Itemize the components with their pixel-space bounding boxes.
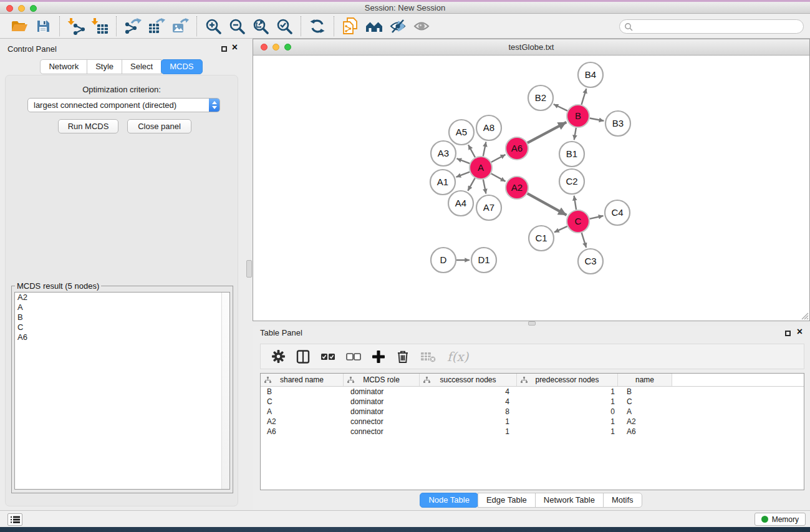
result-item[interactable]: A <box>15 302 229 312</box>
result-item[interactable]: A6 <box>15 332 229 342</box>
vertical-splitter-handle[interactable] <box>246 260 252 278</box>
graph-node-A2[interactable]: A2 <box>506 177 528 199</box>
graph-edge-B-B2[interactable] <box>554 104 567 111</box>
graph-node-C[interactable]: C <box>567 210 589 233</box>
show-graphics-details-button[interactable] <box>410 16 433 37</box>
import-table-button[interactable] <box>88 16 112 37</box>
export-image-button[interactable] <box>168 16 192 37</box>
resize-grip[interactable] <box>801 312 809 320</box>
delete-row-button[interactable] <box>396 349 410 364</box>
graph-edge-A-A2[interactable] <box>491 173 506 181</box>
select-all-button[interactable] <box>321 352 335 361</box>
table-cell[interactable]: 4 <box>420 387 517 396</box>
table-cell[interactable]: 1 <box>420 417 517 426</box>
network-graph[interactable]: B4B2BB3A8A5A6A3B1AA1C2A2A4A7C4CC1C3DD1 <box>253 56 809 321</box>
graph-node-A6[interactable]: A6 <box>506 137 528 160</box>
column-header-predecessor-nodes[interactable]: predecessor nodes <box>517 374 618 386</box>
result-scrollbar[interactable] <box>221 293 229 489</box>
zoom-in-button[interactable] <box>201 16 225 37</box>
deselect-all-button[interactable] <box>346 352 361 361</box>
graph-node-B[interactable]: B <box>567 105 589 127</box>
close-table-panel-icon[interactable]: × <box>797 327 803 337</box>
tab-node-table[interactable]: Node Table <box>420 493 478 508</box>
graph-edge-A6-B[interactable] <box>528 122 567 143</box>
graph-node-A5[interactable]: A5 <box>449 120 474 145</box>
table-cell[interactable]: 1 <box>517 397 618 406</box>
table-cell[interactable]: C <box>261 397 344 406</box>
optimization-criterion-select[interactable]: largest connected component (directed) <box>27 98 220 112</box>
table-cell[interactable]: A <box>261 407 344 416</box>
home-button[interactable] <box>362 16 386 37</box>
network-overview-button[interactable] <box>339 16 362 37</box>
column-header-name[interactable]: name <box>618 374 672 386</box>
table-cell[interactable]: A2 <box>261 417 344 426</box>
table-cell[interactable]: A <box>618 407 672 416</box>
table-row[interactable]: Adominator80A <box>261 407 804 417</box>
graph-node-C4[interactable]: C4 <box>605 200 630 225</box>
graph-node-B2[interactable]: B2 <box>528 85 553 110</box>
task-history-button[interactable] <box>7 513 22 526</box>
network-window-titlebar[interactable]: testGlobe.txt <box>253 39 809 56</box>
graph-node-B1[interactable]: B1 <box>559 142 584 167</box>
table-cell[interactable]: 4 <box>420 397 517 406</box>
graph-edge-A-A7[interactable] <box>483 180 486 194</box>
graph-node-A4[interactable]: A4 <box>448 191 473 216</box>
result-item[interactable]: B <box>15 312 229 322</box>
table-cell[interactable]: 8 <box>420 407 517 416</box>
graph-node-D1[interactable]: D1 <box>471 248 496 273</box>
table-row[interactable]: Bdominator41B <box>261 387 804 397</box>
search-input[interactable] <box>633 21 803 32</box>
add-row-button[interactable] <box>372 350 385 364</box>
tab-network-table[interactable]: Network Table <box>535 493 604 508</box>
tab-style[interactable]: Style <box>87 59 122 74</box>
tab-select[interactable]: Select <box>122 59 162 74</box>
result-item[interactable]: C <box>15 322 229 332</box>
tab-mcds[interactable]: MCDS <box>161 59 202 74</box>
refresh-button[interactable] <box>306 16 329 37</box>
graph-edge-B-B4[interactable] <box>582 89 587 105</box>
float-table-panel-icon[interactable] <box>785 331 791 336</box>
table-cell[interactable]: connector <box>344 417 420 426</box>
table-cell[interactable]: C <box>618 397 672 406</box>
graph-edge-C-C2[interactable] <box>574 196 577 210</box>
run-mcds-button[interactable]: Run MCDS <box>58 119 118 133</box>
mcds-result-list[interactable]: A2ABCA6 <box>14 292 230 490</box>
table-row[interactable]: A2connector11A2 <box>261 417 804 427</box>
graph-edge-C-C1[interactable] <box>554 226 567 233</box>
table-cell[interactable]: A6 <box>261 427 344 436</box>
table-cell[interactable]: dominator <box>344 397 420 406</box>
float-panel-icon[interactable] <box>221 46 227 52</box>
graph-edge-C-C4[interactable] <box>590 216 604 219</box>
table-cell[interactable]: 1 <box>420 427 517 436</box>
column-header-shared-name[interactable]: shared name <box>261 374 344 386</box>
graph-edge-A2-C[interactable] <box>528 193 567 215</box>
search-box[interactable] <box>619 19 804 34</box>
table-cell[interactable]: A2 <box>618 417 672 426</box>
node-table[interactable]: shared nameMCDS rolesuccessor nodesprede… <box>260 373 804 490</box>
graph-node-A7[interactable]: A7 <box>476 195 501 220</box>
table-cell[interactable]: connector <box>344 427 420 436</box>
column-header-successor-nodes[interactable]: successor nodes <box>420 374 517 386</box>
network-canvas[interactable]: B4B2BB3A8A5A6A3B1AA1C2A2A4A7C4CC1C3DD1 <box>253 56 809 321</box>
open-session-button[interactable] <box>7 16 31 37</box>
table-settings-button[interactable] <box>271 349 286 364</box>
hide-graphics-details-button[interactable] <box>386 16 410 37</box>
graph-node-C2[interactable]: C2 <box>559 169 584 194</box>
export-table-button[interactable] <box>145 16 168 37</box>
zoom-out-button[interactable] <box>225 16 249 37</box>
graph-node-C3[interactable]: C3 <box>578 249 603 274</box>
tab-network[interactable]: Network <box>40 59 87 74</box>
table-cell[interactable]: 1 <box>517 387 618 396</box>
graph-edge-A-A3[interactable] <box>457 158 470 163</box>
table-cell[interactable]: dominator <box>344 407 420 416</box>
graph-edge-B-B3[interactable] <box>590 118 604 121</box>
graph-edge-B-B1[interactable] <box>574 128 576 140</box>
result-item[interactable]: A2 <box>15 293 229 302</box>
table-cell[interactable]: 1 <box>517 417 618 426</box>
table-row[interactable]: A6connector11A6 <box>261 427 804 437</box>
graph-edge-A-A5[interactable] <box>468 145 475 157</box>
graph-edge-C-C3[interactable] <box>582 233 586 248</box>
export-network-button[interactable] <box>121 16 145 37</box>
zoom-fit-button[interactable] <box>249 16 272 37</box>
tab-motifs[interactable]: Motifs <box>603 493 642 508</box>
